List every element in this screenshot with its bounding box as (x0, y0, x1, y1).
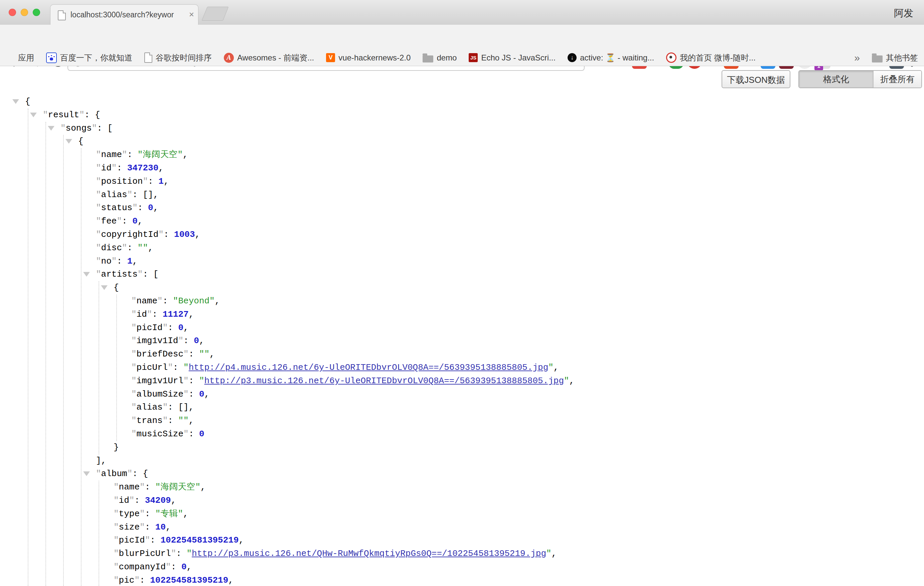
json-token-key: name (131, 296, 163, 306)
json-row: disc: , (0, 241, 924, 255)
tree-indent-guide (99, 481, 99, 586)
json-row: musicSize: 0 (0, 428, 924, 441)
json-token-number: 1 (127, 256, 133, 266)
json-token-key: copyrightId (96, 229, 164, 239)
json-row: { (0, 95, 924, 109)
url-link[interactable]: http://p3.music.126.net/QHw-RuMwfQkmqtiy… (192, 548, 546, 559)
json-token-punct: : (145, 482, 155, 492)
json-token-key: album (96, 469, 132, 479)
json-token-punct: : (168, 416, 178, 426)
collapse-toggle-icon[interactable] (83, 272, 90, 277)
json-token-punct: : (148, 177, 158, 187)
json-token-punct: , (132, 256, 138, 266)
json-token-key: alias (131, 402, 168, 412)
json-token-key: picUrl (131, 363, 173, 373)
json-token-punct: : (138, 203, 148, 213)
json-token-punct: , (148, 243, 153, 253)
json-token-number: 0 (178, 323, 183, 333)
json-token-number: 0 (182, 562, 187, 572)
json-row: size: 10, (0, 521, 924, 534)
json-token-punct: , (210, 349, 215, 359)
json-token-estring (199, 349, 210, 359)
json-token-punct: : (152, 309, 162, 319)
json-token-link-wrap: http://p4.music.126.net/6y-UleORITEDbvrO… (183, 363, 554, 373)
json-token-number: 1003 (174, 229, 195, 239)
json-token-key: type (114, 509, 145, 519)
json-token-brace: { (78, 136, 84, 146)
json-token-punct: : { (84, 110, 100, 120)
json-token-punct: , (551, 548, 557, 559)
collapse-toggle-icon[interactable] (66, 139, 72, 144)
json-token-punct: , (239, 535, 244, 545)
json-token-number: 1 (158, 177, 164, 187)
json-token-key: artists (96, 269, 143, 279)
json-row: id: 11127, (0, 308, 924, 321)
json-token-number: 0 (132, 216, 138, 226)
json-row: trans: , (0, 414, 924, 428)
json-token-estring (178, 416, 188, 426)
json-row: img1v1Id: 0, (0, 334, 924, 348)
json-row: img1v1Url: http://p3.music.126.net/6y-Ul… (0, 375, 924, 388)
json-token-punct: : (189, 389, 199, 399)
json-token-punct: : (127, 150, 138, 160)
json-token-punct: : (173, 363, 183, 373)
json-token-punct: : (122, 216, 132, 226)
json-token-punct: : (168, 323, 178, 333)
json-row: briefDesc: , (0, 348, 924, 361)
url-link[interactable]: http://p4.music.126.net/6y-UleORITEDbvrO… (189, 363, 548, 373)
url-link[interactable]: http://p3.music.126.net/6y-UleORITEDbvrO… (204, 376, 564, 386)
json-token-punct: , (138, 216, 143, 226)
json-token-punct: , (183, 150, 188, 160)
json-token-string: Beyond (173, 296, 215, 306)
json-row: id: 347230, (0, 162, 924, 175)
json-row: } (0, 441, 924, 454)
collapse-toggle-icon[interactable] (12, 99, 19, 104)
json-token-brace: { (25, 97, 30, 107)
json-token-key: albumSize (131, 389, 189, 399)
json-token-key: name (114, 482, 145, 492)
json-token-punct: : [ (143, 269, 158, 279)
json-token-punct: , (199, 336, 205, 346)
json-token-string: 海阔天空 (138, 150, 183, 160)
json-token-punct: : [], (168, 402, 194, 412)
json-token-number: 0 (148, 203, 153, 213)
collapse-toggle-icon[interactable] (30, 112, 37, 117)
json-row: fee: 0, (0, 215, 924, 228)
json-token-number: 102254581395219 (160, 535, 239, 545)
json-token-punct: : (164, 229, 174, 239)
json-token-punct: , (164, 177, 169, 187)
json-token-punct: , (153, 203, 159, 213)
json-token-key: fee (96, 216, 122, 226)
json-token-number: 11127 (163, 309, 189, 319)
json-row: status: 0, (0, 201, 924, 215)
json-row: alias: [], (0, 188, 924, 202)
json-token-key: alias (96, 190, 132, 200)
json-row: picId: 102254581395219, (0, 534, 924, 547)
collapse-toggle-icon[interactable] (101, 285, 107, 290)
json-row: alias: [], (0, 401, 924, 414)
json-token-punct: , (189, 309, 194, 319)
json-token-brace: } (114, 442, 119, 452)
json-row: name: 海阔天空, (0, 149, 924, 162)
json-token-punct: : (183, 336, 194, 346)
json-token-number: 0 (199, 389, 205, 399)
json-token-punct: : [], (132, 190, 158, 200)
json-token-key: id (131, 309, 152, 319)
json-token-punct: , (166, 522, 171, 532)
browser-window: localhost:3000/search?keywor × 阿发 i loca… (0, 0, 924, 586)
json-row: album: { (0, 467, 924, 481)
json-row: albumSize: 0, (0, 388, 924, 401)
json-token-key: status (96, 203, 138, 213)
json-row: type: 专辑, (0, 507, 924, 521)
collapse-toggle-icon[interactable] (48, 126, 54, 130)
json-row: pic: 102254581395219, (0, 574, 924, 586)
json-token-number: 0 (194, 336, 199, 346)
json-token-key: blurPicUrl (114, 548, 176, 559)
json-row: artists: [ (0, 268, 924, 281)
json-token-punct: , (554, 363, 559, 373)
json-token-punct: : (189, 376, 199, 386)
json-row: copyrightId: 1003, (0, 228, 924, 241)
json-row: blurPicUrl: http://p3.music.126.net/QHw-… (0, 547, 924, 561)
json-token-punct: : (189, 349, 199, 359)
collapse-toggle-icon[interactable] (83, 471, 90, 476)
